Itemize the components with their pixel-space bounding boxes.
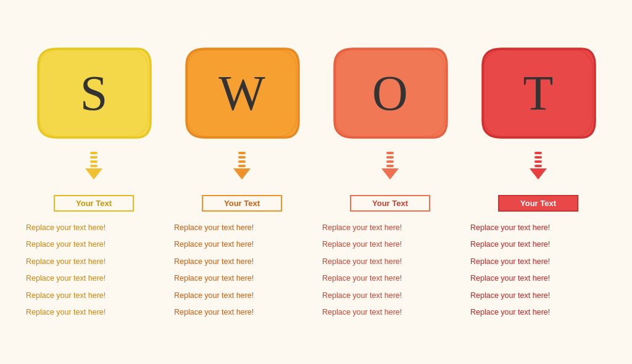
text-items-w: Replace your text here!Replace your text… bbox=[168, 220, 316, 321]
arrow-dash-w-2 bbox=[238, 160, 246, 163]
text-item-w-2[interactable]: Replace your text here! bbox=[174, 254, 254, 270]
text-items-s: Replace your text here!Replace your text… bbox=[20, 220, 168, 321]
text-item-t-0[interactable]: Replace your text here! bbox=[470, 220, 550, 236]
arrow-dash-w-0 bbox=[238, 152, 246, 154]
arrow-head-o bbox=[381, 168, 399, 180]
leaf-shape-s: S bbox=[32, 44, 156, 143]
leaf-shape-t: T bbox=[476, 44, 600, 143]
arrow-dash-o-1 bbox=[386, 156, 394, 159]
arrow-o bbox=[381, 152, 399, 189]
section-label-w[interactable]: Your Text bbox=[202, 195, 282, 212]
leaf-letter-w: W bbox=[218, 68, 265, 118]
arrow-dashes-o bbox=[386, 152, 394, 167]
arrow-dash-w-1 bbox=[238, 156, 246, 159]
arrow-dash-o-0 bbox=[386, 152, 394, 154]
arrow-dash-w-3 bbox=[238, 165, 246, 167]
arrow-dash-s-1 bbox=[90, 156, 98, 159]
text-item-s-2[interactable]: Replace your text here! bbox=[26, 254, 106, 270]
swot-column-o: OYour TextReplace your text here!Replace… bbox=[316, 44, 464, 321]
arrow-dashes-s bbox=[90, 152, 98, 167]
swot-diagram: SYour TextReplace your text here!Replace… bbox=[0, 31, 632, 333]
arrow-head-w bbox=[233, 168, 251, 180]
text-item-s-5[interactable]: Replace your text here! bbox=[26, 305, 106, 321]
text-item-o-5[interactable]: Replace your text here! bbox=[322, 305, 402, 321]
leaf-letter-t: T bbox=[523, 68, 554, 118]
arrow-head-s bbox=[85, 168, 102, 180]
arrow-dash-s-3 bbox=[90, 165, 98, 167]
text-item-s-3[interactable]: Replace your text here! bbox=[26, 271, 106, 287]
arrow-dashes-t bbox=[534, 152, 542, 167]
section-label-o[interactable]: Your Text bbox=[350, 195, 430, 212]
leaf-shape-w: W bbox=[180, 44, 304, 143]
text-item-o-4[interactable]: Replace your text here! bbox=[322, 288, 402, 304]
text-item-t-2[interactable]: Replace your text here! bbox=[470, 254, 550, 270]
text-item-s-0[interactable]: Replace your text here! bbox=[26, 220, 106, 236]
text-item-w-1[interactable]: Replace your text here! bbox=[174, 237, 254, 253]
arrow-dash-o-3 bbox=[386, 165, 394, 167]
text-item-w-4[interactable]: Replace your text here! bbox=[174, 288, 254, 304]
text-item-o-2[interactable]: Replace your text here! bbox=[322, 254, 402, 270]
text-item-o-0[interactable]: Replace your text here! bbox=[322, 220, 402, 236]
arrow-dash-t-3 bbox=[534, 165, 542, 167]
text-item-t-4[interactable]: Replace your text here! bbox=[470, 288, 550, 304]
text-item-w-5[interactable]: Replace your text here! bbox=[174, 305, 254, 321]
leaf-shape-o: O bbox=[328, 44, 452, 143]
arrow-dash-t-0 bbox=[534, 152, 542, 154]
swot-column-s: SYour TextReplace your text here!Replace… bbox=[20, 44, 168, 321]
text-item-s-4[interactable]: Replace your text here! bbox=[26, 288, 106, 304]
arrow-dash-t-2 bbox=[534, 160, 542, 163]
text-item-w-3[interactable]: Replace your text here! bbox=[174, 271, 254, 287]
text-item-o-3[interactable]: Replace your text here! bbox=[322, 271, 402, 287]
arrow-dashes-w bbox=[238, 152, 246, 167]
text-item-w-0[interactable]: Replace your text here! bbox=[174, 220, 254, 236]
leaf-letter-s: S bbox=[80, 68, 108, 118]
text-items-o: Replace your text here!Replace your text… bbox=[316, 220, 464, 321]
arrow-t bbox=[530, 152, 547, 189]
text-item-s-1[interactable]: Replace your text here! bbox=[26, 237, 106, 253]
swot-column-w: WYour TextReplace your text here!Replace… bbox=[168, 44, 316, 321]
swot-column-t: TYour TextReplace your text here!Replace… bbox=[464, 44, 612, 321]
arrow-dash-t-1 bbox=[534, 156, 542, 159]
arrow-s bbox=[85, 152, 102, 189]
arrow-dash-s-2 bbox=[90, 160, 98, 163]
arrow-w bbox=[233, 152, 251, 189]
leaf-letter-o: O bbox=[372, 68, 408, 118]
text-item-t-3[interactable]: Replace your text here! bbox=[470, 271, 550, 287]
text-items-t: Replace your text here!Replace your text… bbox=[464, 220, 612, 321]
arrow-head-t bbox=[530, 168, 547, 180]
arrow-dash-s-0 bbox=[90, 152, 98, 154]
section-label-t[interactable]: Your Text bbox=[498, 195, 578, 212]
text-item-o-1[interactable]: Replace your text here! bbox=[322, 237, 402, 253]
arrow-dash-o-2 bbox=[386, 160, 394, 163]
text-item-t-1[interactable]: Replace your text here! bbox=[470, 237, 550, 253]
text-item-t-5[interactable]: Replace your text here! bbox=[470, 305, 550, 321]
section-label-s[interactable]: Your Text bbox=[54, 195, 134, 212]
